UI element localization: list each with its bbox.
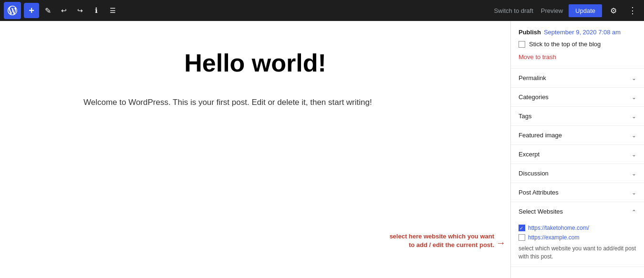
panel-select-websites: Select Websites ⌄ https://taketohome.com… [511, 202, 644, 267]
main-layout: Hello world! Welcome to WordPress. This … [0, 21, 644, 278]
panel-tags-title: Tags [519, 113, 531, 120]
chevron-down-icon: ⌄ [632, 132, 636, 139]
panel-permalink-title: Permalink [519, 74, 546, 82]
panel-categories: Categories ⌄ [511, 88, 644, 107]
toolbar: + ✎ ↩ ↪ ℹ ☰ Switch to draft Preview Upda… [0, 0, 644, 21]
update-button[interactable]: Update [569, 4, 602, 17]
undo-button[interactable]: ↩ [56, 3, 72, 18]
website-link-1[interactable]: https://example.com [528, 234, 579, 241]
post-title[interactable]: Hello world! [83, 50, 427, 77]
list-view-button[interactable]: ☰ [105, 3, 120, 18]
panel-categories-title: Categories [519, 93, 549, 101]
panel-excerpt: Excerpt ⌄ [511, 145, 644, 164]
panel-excerpt-header[interactable]: Excerpt ⌄ [511, 145, 644, 164]
info-button[interactable]: ℹ [89, 3, 104, 18]
gear-icon: ⚙ [610, 6, 617, 15]
panel-post-attributes: Post Attributes ⌄ [511, 183, 644, 202]
editor-content: Hello world! Welcome to WordPress. This … [83, 50, 427, 249]
editor-area[interactable]: Hello world! Welcome to WordPress. This … [0, 21, 510, 278]
stick-checkbox[interactable] [519, 41, 525, 48]
edit-button[interactable]: ✎ [40, 3, 55, 18]
list-icon: ☰ [110, 7, 116, 14]
panel-permalink-header[interactable]: Permalink ⌄ [511, 69, 644, 87]
stick-label: Stick to the top of the blog [529, 41, 601, 48]
post-body[interactable]: Welcome to WordPress. This is your first… [83, 96, 427, 110]
panel-featured-image-title: Featured image [519, 132, 562, 139]
panel-discussion-header[interactable]: Discussion ⌄ [511, 164, 644, 183]
panel-featured-image: Featured image ⌄ [511, 126, 644, 145]
chevron-down-icon: ⌄ [632, 151, 636, 158]
website-item-1: https://example.com [519, 234, 636, 241]
chevron-down-icon: ⌄ [632, 75, 636, 82]
switch-to-draft-button[interactable]: Switch to draft [492, 7, 535, 14]
add-block-button[interactable]: + [24, 3, 39, 18]
panel-permalink: Permalink ⌄ [511, 69, 644, 88]
website-link-0[interactable]: https://taketohome.com/ [528, 225, 589, 231]
panel-discussion-title: Discussion [519, 170, 549, 177]
panel-post-attributes-header[interactable]: Post Attributes ⌄ [511, 183, 644, 202]
undo-icon: ↩ [61, 7, 67, 14]
publish-label: Publish [519, 29, 541, 36]
panel-excerpt-title: Excerpt [519, 151, 540, 158]
wordpress-logo[interactable] [4, 2, 21, 19]
website-checkbox-0[interactable] [519, 225, 525, 231]
preview-button[interactable]: Preview [539, 7, 565, 14]
panel-discussion: Discussion ⌄ [511, 164, 644, 183]
more-icon: ⋮ [628, 5, 637, 16]
info-icon: ℹ [95, 6, 98, 15]
select-websites-body: https://taketohome.com/ https://example.… [511, 221, 644, 267]
website-hint: select which website you want to add/edi… [519, 245, 636, 261]
publish-date[interactable]: September 9, 2020 7:08 am [544, 29, 621, 36]
more-options-button[interactable]: ⋮ [625, 3, 640, 18]
chevron-down-icon: ⌄ [632, 189, 636, 196]
toolbar-left: + ✎ ↩ ↪ ℹ ☰ [4, 2, 120, 19]
chevron-up-icon: ⌄ [632, 208, 636, 215]
redo-icon: ↪ [77, 7, 83, 14]
panel-featured-image-header[interactable]: Featured image ⌄ [511, 126, 644, 144]
website-item-0: https://taketohome.com/ [519, 225, 636, 231]
publish-section: Publish September 9, 2020 7:08 am Stick … [511, 21, 644, 69]
website-checkbox-1[interactable] [519, 234, 525, 241]
panel-tags: Tags ⌄ [511, 107, 644, 126]
panel-post-attributes-title: Post Attributes [519, 189, 559, 196]
panel-select-websites-title: Select Websites [519, 208, 563, 215]
pen-icon: ✎ [45, 6, 51, 15]
publish-row: Publish September 9, 2020 7:08 am [519, 29, 636, 36]
chevron-down-icon: ⌄ [632, 94, 636, 101]
chevron-down-icon: ⌄ [632, 113, 636, 120]
stick-to-top-row: Stick to the top of the blog [519, 41, 636, 48]
redo-button[interactable]: ↪ [73, 3, 88, 18]
panel-categories-header[interactable]: Categories ⌄ [511, 88, 644, 106]
panel-tags-header[interactable]: Tags ⌄ [511, 107, 644, 125]
chevron-down-icon: ⌄ [632, 170, 636, 177]
wp-logo-icon [8, 6, 17, 15]
move-to-trash-button[interactable]: Move to trash [519, 53, 556, 61]
settings-button[interactable]: ⚙ [606, 3, 621, 18]
sidebar: Publish September 9, 2020 7:08 am Stick … [510, 21, 644, 278]
toolbar-right: Switch to draft Preview Update ⚙ ⋮ [492, 3, 640, 18]
panel-select-websites-header[interactable]: Select Websites ⌄ [511, 202, 644, 221]
post-body-text: Welcome to WordPress. This is your first… [83, 96, 427, 110]
